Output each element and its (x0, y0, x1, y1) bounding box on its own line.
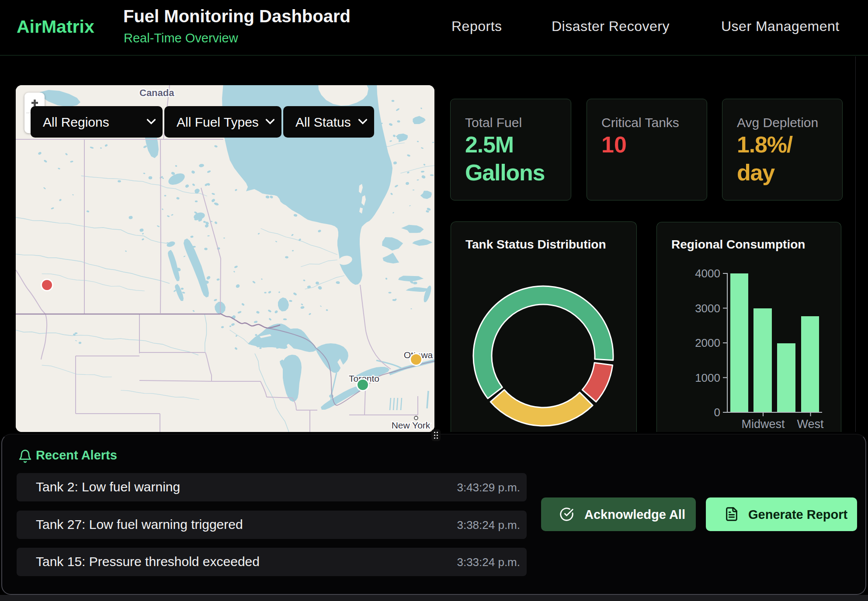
svg-text:4000: 4000 (695, 267, 720, 280)
svg-text:Midwest: Midwest (741, 418, 785, 431)
svg-text:0: 0 (714, 406, 720, 419)
svg-text:3000: 3000 (695, 302, 720, 315)
svg-text:New York: New York (392, 420, 431, 430)
svg-text:2000: 2000 (695, 336, 720, 349)
svg-text:West: West (797, 418, 824, 431)
svg-text:1000: 1000 (695, 371, 720, 384)
svg-text:Canada: Canada (139, 87, 174, 98)
